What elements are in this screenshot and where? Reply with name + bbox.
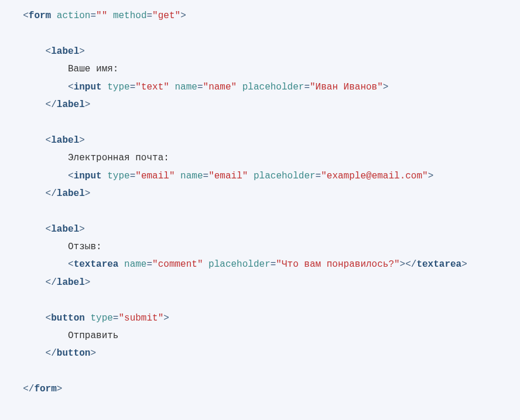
line: <label> xyxy=(12,224,85,235)
line: <button type="submit"> xyxy=(12,313,169,323)
line: <input type="text" name="name" placehold… xyxy=(12,82,388,92)
line: </label> xyxy=(12,99,90,110)
line: Отзыв: xyxy=(12,242,102,252)
textarea-open-tag: textarea xyxy=(74,259,119,270)
line: <input type="email" name="email" placeho… xyxy=(12,171,433,181)
button-text: Отправить xyxy=(68,331,118,341)
comment-label-text: Отзыв: xyxy=(68,242,102,252)
line: Электронная почта: xyxy=(12,153,169,163)
code-block: <form action="" method="get"> <label> Ва… xyxy=(0,0,520,405)
form-open-tag: form xyxy=(29,11,51,21)
line: </label> xyxy=(12,277,90,288)
form-close-tag: form xyxy=(34,384,56,394)
email-label-text: Электронная почта: xyxy=(68,153,169,163)
input-tag: input xyxy=(74,82,102,92)
line: <textarea name="comment" placeholder="Чт… xyxy=(12,259,467,270)
button-open-tag: button xyxy=(51,313,85,323)
line: Ваше имя: xyxy=(12,64,118,74)
line: <label> xyxy=(12,46,85,57)
button-close-tag: button xyxy=(57,348,91,359)
line: <label> xyxy=(12,135,85,146)
line: </button> xyxy=(12,348,96,359)
textarea-close-tag: textarea xyxy=(416,259,461,270)
line: </form> xyxy=(12,384,62,394)
label-open-tag: label xyxy=(51,46,79,57)
name-label-text: Ваше имя: xyxy=(68,64,118,74)
line: </label> xyxy=(12,188,90,199)
label-close-tag: label xyxy=(57,99,85,110)
line: <form action="" method="get"> xyxy=(12,11,186,21)
line: Отправить xyxy=(12,331,118,341)
